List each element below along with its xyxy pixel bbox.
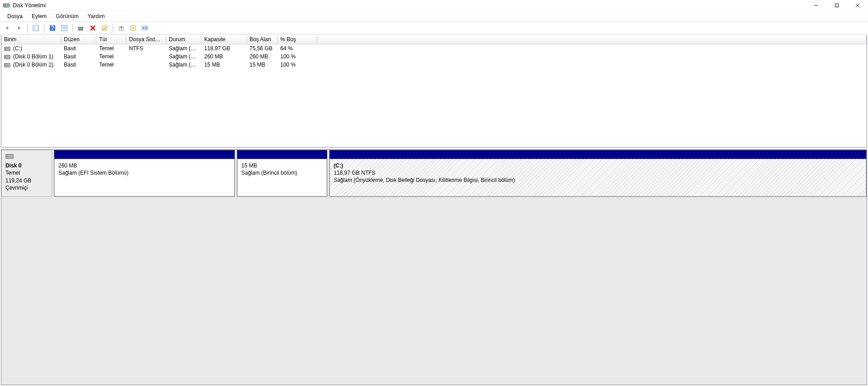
partition[interactable]: 15 MBSağlam (Birincil bölüm) <box>237 150 327 197</box>
svg-rect-4 <box>835 4 839 7</box>
svg-rect-20 <box>143 27 144 29</box>
properties-button[interactable] <box>99 23 110 33</box>
show-hide-tree-button[interactable] <box>30 23 41 33</box>
cell-type: Temel <box>96 62 126 68</box>
col-free[interactable]: Boş Alan <box>247 35 278 44</box>
disk-info-panel[interactable]: Disk 0 Temel 119,24 GB Çevrimiçi <box>1 150 52 197</box>
svg-point-27 <box>5 65 6 66</box>
toolbar-separator <box>44 24 44 33</box>
toolbar-separator <box>27 24 28 33</box>
partitions: 260 MBSağlam (EFI Sistem Bölümü)15 MBSağ… <box>52 150 867 197</box>
partition-body: (C:)118,97 GB NTFSSağlam (Önyükleme, Dis… <box>330 159 866 196</box>
menu-view[interactable]: Görünüm <box>51 12 83 21</box>
partition-header <box>237 150 327 159</box>
menu-file[interactable]: Dosya <box>3 12 27 21</box>
svg-point-25 <box>5 57 6 57</box>
action-2-button[interactable] <box>128 23 139 33</box>
menubar: Dosya Eylem Görünüm Yardım <box>0 11 868 22</box>
titlebar: Disk Yönetimi <box>0 0 868 11</box>
window-title: Disk Yönetimi <box>13 2 46 9</box>
cell-pct: 64 % <box>278 45 317 52</box>
partition-status: Sağlam (Birincil bölüm) <box>241 169 323 176</box>
partition-header <box>54 150 235 159</box>
forward-button[interactable] <box>14 23 24 33</box>
cell-volume: (Disk 0 Bölüm 2) <box>1 62 61 68</box>
volume-list: Birim Düzen Tür Dosya Siste… Durum Kapas… <box>1 35 867 148</box>
delete-button[interactable] <box>87 23 98 33</box>
cell-layout: Basit <box>61 45 96 52</box>
cell-status: Sağlam (E… <box>166 53 201 60</box>
cell-status: Sağlam (Bi… <box>166 62 201 68</box>
cell-capacity: 15 MB <box>201 62 247 68</box>
refresh-button[interactable] <box>76 23 86 33</box>
toolbar: ? <box>0 22 868 34</box>
cell-layout: Basit <box>61 62 96 68</box>
partition-body: 260 MBSağlam (EFI Sistem Bölümü) <box>54 159 235 196</box>
cell-free: 15 MB <box>247 62 278 68</box>
disk-status: Çevrimiçi <box>5 184 48 191</box>
col-layout[interactable]: Düzen <box>61 35 96 44</box>
maximize-button[interactable] <box>826 0 847 11</box>
col-filler <box>317 35 867 44</box>
partition[interactable]: 260 MBSağlam (EFI Sistem Bölümü) <box>54 150 235 197</box>
svg-rect-21 <box>145 27 147 29</box>
partition-status: Sağlam (EFI Sistem Bölümü) <box>58 169 230 176</box>
svg-point-23 <box>5 48 6 49</box>
svg-rect-1 <box>4 5 6 6</box>
cell-volume: (C:) <box>1 45 61 52</box>
col-status[interactable]: Durum <box>166 35 201 44</box>
col-capacity[interactable]: Kapasite <box>201 35 247 44</box>
svg-rect-14 <box>78 27 83 30</box>
app-icon <box>3 2 10 9</box>
cell-layout: Basit <box>61 53 96 60</box>
cell-capacity: 118,97 GB <box>201 45 247 52</box>
volume-list-body[interactable]: (C:)BasitTemelNTFSSağlam (Ö…118,97 GB75,… <box>1 44 867 147</box>
col-volume[interactable]: Birim <box>1 35 61 44</box>
disk-icon <box>5 153 48 162</box>
partition-status: Sağlam (Önyükleme, Disk Belleği Dosyası,… <box>334 176 862 184</box>
volume-row[interactable]: (Disk 0 Bölüm 2)BasitTemelSağlam (Bi…15 … <box>1 61 867 69</box>
volume-row[interactable]: (C:)BasitTemelNTFSSağlam (Ö…118,97 GB75,… <box>1 44 867 52</box>
disk-title: Disk 0 <box>5 162 48 169</box>
cell-free: 75,56 GB <box>247 45 278 52</box>
action-1-button[interactable] <box>116 23 127 33</box>
col-fs[interactable]: Dosya Siste… <box>126 35 166 44</box>
col-pct[interactable]: % Boş <box>278 35 317 44</box>
settings-list-button[interactable] <box>59 23 70 33</box>
col-type[interactable]: Tür <box>96 35 126 44</box>
cell-pct: 100 % <box>278 62 317 68</box>
partition[interactable]: (C:)118,97 GB NTFSSağlam (Önyükleme, Dis… <box>329 150 867 197</box>
menu-help[interactable]: Yardım <box>83 12 109 21</box>
disk-row: Disk 0 Temel 119,24 GB Çevrimiçi 260 MBS… <box>1 150 867 197</box>
partition-body: 15 MBSağlam (Birincil bölüm) <box>237 159 327 196</box>
close-button[interactable] <box>847 0 868 11</box>
svg-rect-2 <box>7 5 9 6</box>
cell-free: 260 MB <box>247 53 278 60</box>
cell-capacity: 260 MB <box>201 53 247 60</box>
partition-size: 15 MB <box>241 162 323 169</box>
minimize-button[interactable] <box>806 0 826 11</box>
cell-type: Temel <box>96 53 126 60</box>
menu-action[interactable]: Eylem <box>27 12 51 21</box>
back-button[interactable] <box>2 23 13 33</box>
svg-point-18 <box>132 27 134 29</box>
cell-pct: 100 % <box>278 53 317 60</box>
svg-rect-19 <box>142 26 148 30</box>
svg-rect-15 <box>102 26 107 30</box>
partition-header <box>330 150 866 159</box>
toolbar-separator <box>72 24 73 33</box>
volume-row[interactable]: (Disk 0 Bölüm 1)BasitTemelSağlam (E…260 … <box>1 52 867 61</box>
disk-type: Temel <box>5 169 48 176</box>
toolbar-separator <box>113 24 113 33</box>
volume-list-header: Birim Düzen Tür Dosya Siste… Durum Kapas… <box>1 35 867 44</box>
svg-rect-28 <box>5 154 14 158</box>
svg-text:?: ? <box>51 25 54 31</box>
cell-fs: NTFS <box>126 45 166 52</box>
cell-type: Temel <box>96 45 126 52</box>
partition-size: 260 MB <box>58 162 230 169</box>
disk-size: 119,24 GB <box>5 177 48 184</box>
help-button[interactable]: ? <box>47 23 58 33</box>
graphical-view: Disk 0 Temel 119,24 GB Çevrimiçi 260 MBS… <box>1 149 867 385</box>
svg-rect-11 <box>62 25 67 31</box>
action-3-button[interactable] <box>139 23 150 33</box>
